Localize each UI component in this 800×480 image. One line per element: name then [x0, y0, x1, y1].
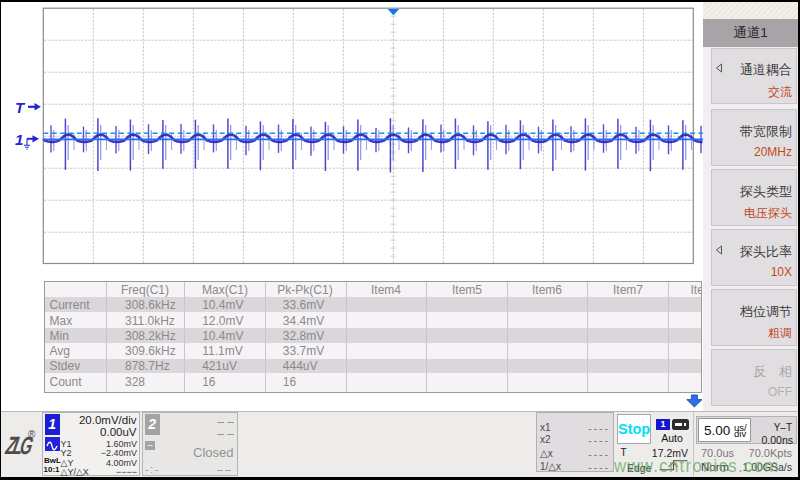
svg-text:1: 1 — [15, 131, 23, 148]
svg-text:T: T — [15, 99, 26, 116]
